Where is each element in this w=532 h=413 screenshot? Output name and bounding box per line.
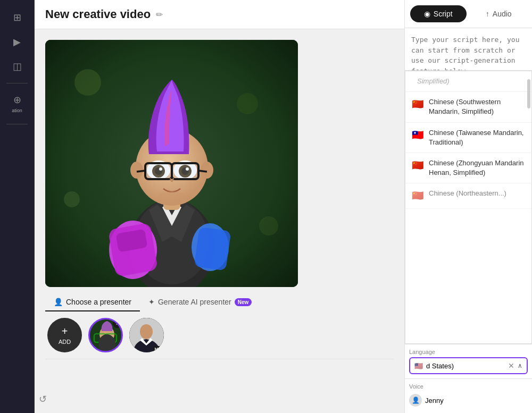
top-bar: New creative video ✏ — [35, 0, 404, 29]
voice-name: Jenny — [425, 397, 444, 404]
svg-line-30 — [198, 171, 207, 172]
language-toggle-button[interactable]: ∧ — [518, 362, 522, 369]
svg-point-3 — [64, 191, 80, 207]
dropdown-item-chinese-northeast[interactable]: 🇨🇳 Chinese (Northeastern...) — [405, 183, 531, 208]
video-frame — [45, 40, 298, 287]
avatar-close-button[interactable]: ✕ — [113, 318, 122, 328]
videos-icon: ▶ — [13, 36, 21, 48]
sidebar-divider-2 — [6, 124, 28, 124]
page-title: New creative video — [45, 7, 151, 21]
sidebar: ⊞ ▶ ◫ ⊕ ation — [0, 0, 35, 413]
flag-us: 🇺🇸 — [414, 362, 423, 370]
sidebar-item-videos[interactable]: ▶ — [0, 30, 34, 54]
add-presenter-button[interactable]: + ADD — [47, 318, 82, 352]
sidebar-creation-label: ation — [12, 108, 22, 113]
panel-tabs: ◉ Script ↑ Audio — [405, 0, 532, 28]
svg-point-38 — [140, 324, 153, 339]
sidebar-item-templates[interactable]: ◫ — [0, 54, 34, 79]
main-wrapper: New creative video ✏ — [35, 0, 532, 413]
svg-point-15 — [201, 162, 213, 179]
new-badge: New — [235, 298, 252, 306]
edit-title-button[interactable]: ✏ — [156, 10, 163, 20]
svg-point-14 — [130, 162, 143, 179]
flag-cn-4: 🇨🇳 — [412, 189, 423, 203]
presenter-avatar-2[interactable]: HQ — [129, 318, 164, 352]
tab-generate-presenter[interactable]: ✦ Generate AI presenter New — [140, 293, 260, 311]
language-clear-button[interactable]: ✕ — [508, 361, 514, 370]
presenter-tabs: 👤 Choose a presenter ✦ Generate AI prese… — [45, 293, 394, 311]
home-icon: ⊞ — [13, 12, 21, 23]
templates-icon: ◫ — [13, 61, 22, 72]
svg-point-31 — [159, 191, 185, 202]
flag-cn-3: 🇨🇳 — [412, 159, 423, 172]
tab-script[interactable]: ◉ Script — [410, 5, 467, 22]
dropdown-item-chinese-taiwanese[interactable]: 🇹🇼 Chinese (Taiwanese Mandarin, Traditio… — [405, 123, 531, 153]
canvas-area: 👤 Choose a presenter ✦ Generate AI prese… — [35, 29, 404, 413]
flag-tw: 🇹🇼 — [412, 129, 423, 142]
scrollbar-thumb — [527, 79, 530, 108]
voice-section: Voice 👤 Jenny — [405, 378, 532, 413]
audio-upload-icon: ↑ — [486, 10, 489, 18]
person-icon: 👤 — [54, 298, 63, 306]
sidebar-item-creation[interactable]: ⊕ ation — [0, 88, 34, 120]
language-selector[interactable]: 🇺🇸 d States) ✕ ∧ — [409, 357, 528, 374]
sidebar-divider — [6, 83, 28, 83]
flag-cn-2: 🇨🇳 — [412, 98, 423, 111]
svg-point-1 — [74, 69, 101, 96]
svg-rect-11 — [194, 227, 231, 271]
video-placeholder — [45, 40, 298, 287]
tab-audio[interactable]: ↑ Audio — [471, 5, 527, 22]
language-label: Language — [409, 349, 528, 355]
script-icon: ◉ — [424, 10, 430, 18]
center-panel: New creative video ✏ — [35, 0, 404, 413]
person-icon-small: 👤 — [412, 397, 420, 404]
dropdown-item-chinese-simplified-partial[interactable]: Simplified) — [405, 71, 531, 92]
svg-point-2 — [237, 93, 258, 114]
sidebar-item-home[interactable]: ⊞ — [0, 5, 34, 30]
voice-selector[interactable]: 👤 Jenny — [409, 392, 528, 409]
script-input[interactable] — [405, 28, 532, 71]
svg-point-4 — [259, 216, 278, 235]
svg-rect-27 — [173, 164, 197, 178]
plus-icon: + — [62, 325, 68, 338]
right-panel: ◉ Script ↑ Audio Simplified) 🇨🇳 Chinese … — [404, 0, 532, 413]
svg-rect-26 — [146, 164, 171, 178]
presenter-list: + ADD ✕ — [45, 318, 394, 352]
language-section: Language 🇺🇸 d States) ✕ ∧ — [405, 344, 532, 378]
nav-back-button[interactable]: ↺ — [39, 394, 47, 404]
dropdown-item-chinese-zhongyuan[interactable]: 🇨🇳 Chinese (Zhongyuan Mandarin Henan, Si… — [405, 153, 531, 183]
language-selected-text: d States) — [426, 362, 454, 370]
svg-line-29 — [137, 171, 145, 172]
voice-label: Voice — [409, 383, 528, 390]
voice-avatar-icon: 👤 — [409, 394, 422, 407]
tab-choose-presenter[interactable]: 👤 Choose a presenter — [45, 293, 140, 311]
hq-badge: HQ — [153, 346, 164, 352]
presenter-avatar-1[interactable]: ✕ — [88, 318, 123, 352]
character-svg — [45, 40, 298, 287]
presenter-controls: 👤 Choose a presenter ✦ Generate AI prese… — [45, 287, 394, 359]
creation-icon: ⊕ — [13, 94, 21, 106]
sparkle-icon: ✦ — [148, 298, 155, 306]
language-dropdown[interactable]: Simplified) 🇨🇳 Chinese (Southwestern Man… — [405, 71, 532, 344]
dropdown-item-chinese-sw-mandarin[interactable]: 🇨🇳 Chinese (Southwestern Mandarin, Simpl… — [405, 92, 531, 122]
